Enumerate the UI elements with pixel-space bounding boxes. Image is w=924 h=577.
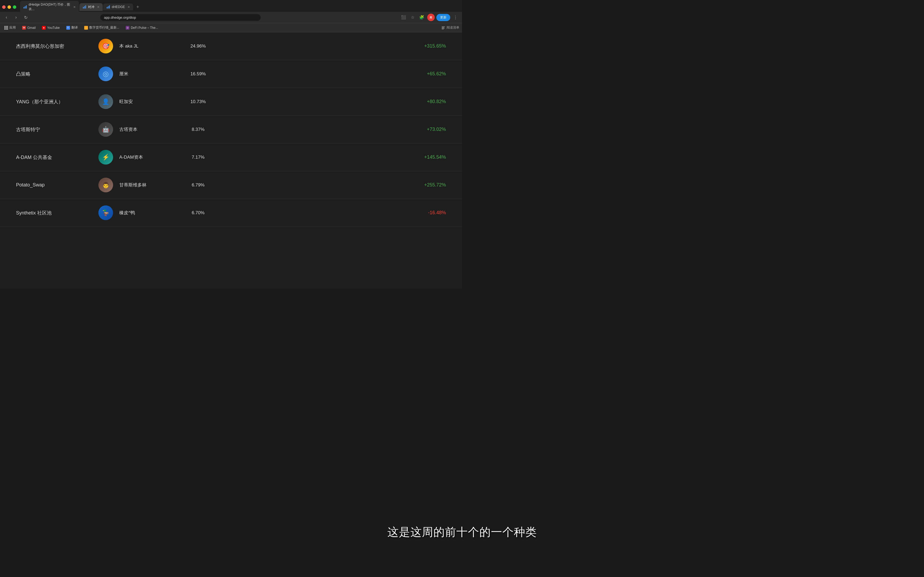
back-button[interactable]: ‹ [3,14,10,21]
svg-rect-11 [442,28,444,29]
bookmark-apps-label: 应用 [10,25,16,30]
page-content: 杰西利弗莫尔心形加密 🎯 本 aka JL 24.96% +315.65% 凸策… [0,32,462,288]
fund-row[interactable]: Potato_Swap 👨 甘蒂斯维多林 6.79% +255.72% [0,171,462,199]
svg-rect-4 [84,6,85,8]
fund-return: +145.54% [218,155,446,160]
svg-rect-1 [25,6,26,8]
fund-row[interactable]: YANG（那个亚洲人） 👤 旺加安 10.73% +80.82% [0,88,462,116]
traffic-lights [2,5,16,9]
tab-icon-chart [23,5,27,9]
fund-return: -16.48% [218,210,446,216]
svg-rect-0 [24,7,24,8]
close-button[interactable] [2,5,6,9]
profile-icon[interactable]: R [427,14,435,21]
fund-row[interactable]: Synthetix 社区池 🦆 橡皮^鸭 6.70% -16.48% [0,199,462,227]
fund-allocation: 6.70% [178,210,218,216]
avatar-icon: ◎ [103,70,109,78]
new-tab-button[interactable]: + [134,3,142,11]
avatar-circle: 🎯 [99,39,113,53]
fund-avatar: ⚡ [96,150,115,164]
fund-row[interactable]: 古塔斯特宁 🤖 古塔资本 8.37% +73.02% [0,116,462,143]
fund-row[interactable]: A-DAM 公共基金 ⚡ A-DAM资本 7.17% +145.54% [0,143,462,171]
refresh-button[interactable]: ↻ [22,14,29,21]
svg-rect-2 [26,5,27,8]
avatar-icon: 👤 [102,98,109,105]
fund-avatar: 👨 [96,177,115,192]
svg-rect-7 [108,6,109,8]
toolbar-icons: ⬛ ☆ 🧩 R 更新 ⋮ [400,14,459,21]
tab-close-2[interactable]: ✕ [97,5,99,9]
fund-manager: 橡皮^鸭 [119,210,178,216]
crypto-icon [84,26,88,30]
fund-allocation: 8.37% [178,127,218,132]
fund-allocation: 24.96% [178,44,218,49]
bookmark-gmail[interactable]: M Gmail [21,25,37,30]
browser-chrome: dHedge DAO(DHT) 币价，图表... ✕ 对冲 ✕ dHEDGE ✕… [0,0,462,32]
star-icon[interactable]: ☆ [409,14,417,21]
minimize-button[interactable] [8,5,11,9]
fund-avatar: 🦆 [96,205,115,220]
fund-name: Synthetix 社区池 [16,210,96,216]
menu-icon[interactable]: ⋮ [452,14,459,21]
bookmark-crypto-label: 数字货币行情_最新... [89,25,120,30]
avatar-icon: 🦆 [102,210,109,216]
fund-avatar: 🤖 [96,122,115,137]
fund-allocation: 6.79% [178,182,218,188]
bookmark-defi[interactable]: D DeFi Pulse – The... [124,25,160,30]
tab-dhedge[interactable]: dHEDGE ✕ [103,3,133,10]
svg-rect-12 [442,29,444,29]
fund-row[interactable]: 凸策略 ◎ 厘米 16.59% +65.62% [0,60,462,88]
fund-allocation: 10.73% [178,99,218,105]
tab-bar: dHedge DAO(DHT) 币价，图表... ✕ 对冲 ✕ dHEDGE ✕… [0,0,462,12]
tab-icon-chart2 [82,5,86,9]
fund-manager: 甘蒂斯维多林 [119,182,178,188]
update-button[interactable]: 更新 [436,14,450,21]
read-mode-label: 阅读清单 [446,25,459,30]
fund-list: 杰西利弗莫尔心形加密 🎯 本 aka JL 24.96% +315.65% 凸策… [0,32,462,227]
tab-close-3[interactable]: ✕ [128,5,130,9]
read-mode[interactable]: 阅读清单 [441,25,459,30]
bookmark-youtube[interactable]: ▶ YouTube [40,25,61,30]
fund-return: +80.82% [218,99,446,105]
avatar-circle: ⚡ [99,150,113,164]
svg-rect-5 [85,5,86,8]
bookmark-youtube-label: YouTube [47,26,60,30]
fullscreen-button[interactable] [13,5,16,9]
bookmark-apps[interactable]: 应用 [3,25,18,31]
fund-manager: 旺加安 [119,98,178,105]
fund-allocation: 7.17% [178,155,218,160]
tab-duichong[interactable]: 对冲 ✕ [79,3,103,11]
bookmark-translate-label: 翻译 [71,25,78,30]
address-input[interactable] [100,14,261,21]
tab-icon-chart3 [107,5,110,9]
fund-return: +315.65% [218,43,446,49]
tab-dhedge-dao[interactable]: dHedge DAO(DHT) 币价，图表... ✕ [20,1,79,13]
avatar-icon: 🎯 [102,43,109,50]
defi-icon: D [126,26,129,30]
fund-name: YANG（那个亚洲人） [16,98,96,105]
svg-rect-3 [83,7,84,8]
extensions-icon[interactable]: 🧩 [418,14,426,21]
youtube-icon: ▶ [42,26,46,30]
fund-manager: 古塔资本 [119,126,178,132]
svg-rect-10 [442,27,444,28]
svg-rect-9 [442,26,445,27]
avatar-circle: 🦆 [99,205,113,220]
bookmark-crypto[interactable]: 数字货币行情_最新... [82,25,121,31]
fund-name: A-DAM 公共基金 [16,154,96,161]
fund-name: 古塔斯特宁 [16,126,96,133]
fund-row[interactable]: 杰西利弗莫尔心形加密 🎯 本 aka JL 24.96% +315.65% [0,32,462,60]
avatar-circle: 👨 [99,177,113,192]
bookmark-defi-label: DeFi Pulse – The... [131,26,158,30]
tab-label: dHedge DAO(DHT) 币价，图表... [29,2,71,11]
cast-icon[interactable]: ⬛ [400,14,407,21]
avatar-icon: 🤖 [102,126,109,133]
forward-button[interactable]: › [12,14,20,21]
fund-avatar: 👤 [96,94,115,109]
tab-close-1[interactable]: ✕ [73,5,76,9]
bookmark-translate[interactable]: T 翻译 [65,25,79,31]
svg-rect-8 [109,5,110,8]
bookmark-gmail-label: Gmail [27,26,36,30]
fund-avatar: ◎ [96,66,115,81]
fund-manager: 厘米 [119,71,178,77]
